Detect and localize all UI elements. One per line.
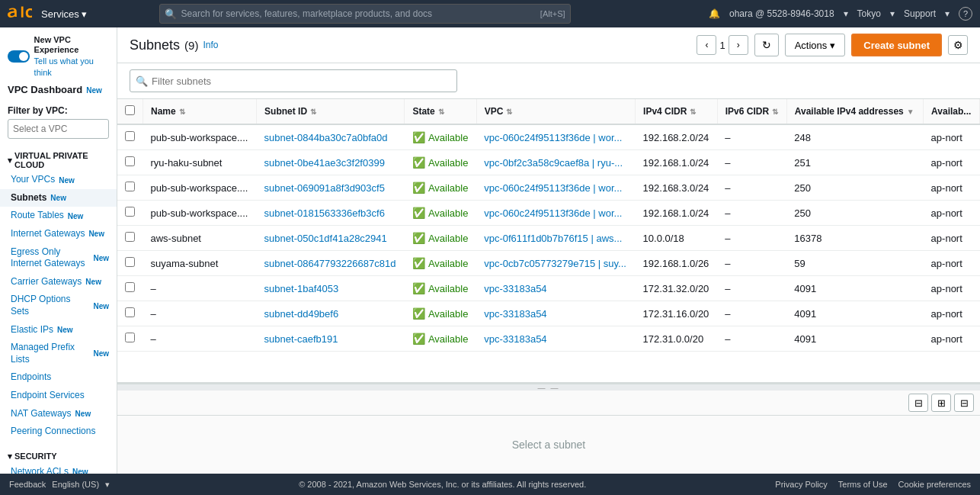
sidebar-item-egress-only-gateways[interactable]: Egress Only Internet Gateways New xyxy=(0,243,117,273)
refresh-button[interactable]: ↻ xyxy=(754,34,779,56)
layout-btn-1[interactable]: ⊟ xyxy=(908,394,928,412)
user-menu[interactable]: ohara @ 5528-8946-3018 xyxy=(729,8,834,19)
row-subnet-id[interactable]: subnet-caefb191 xyxy=(257,326,405,352)
row-checkbox-cell[interactable] xyxy=(117,124,143,150)
row-vpc[interactable]: vpc-0cb7c05773279e715 | suy... xyxy=(476,251,635,276)
row-vpc[interactable]: vpc-33183a54 xyxy=(476,301,635,326)
status-available-icon: ✅ xyxy=(412,207,425,219)
cookies-link[interactable]: Cookie preferences xyxy=(898,480,971,489)
row-ipv6-cidr: – xyxy=(717,124,786,150)
feedback-link[interactable]: Feedback xyxy=(9,480,46,490)
create-subnet-button[interactable]: Create subnet xyxy=(851,34,942,56)
chevron-down-icon: ▾ xyxy=(830,40,835,51)
row-vpc[interactable]: vpc-33183a54 xyxy=(476,326,635,352)
row-subnet-id[interactable]: subnet-069091a8f3d903cf5 xyxy=(257,175,405,201)
sidebar-item-carrier-gateways[interactable]: Carrier Gateways New xyxy=(0,273,117,291)
col-subnet-id[interactable]: Subnet ID⇅ xyxy=(257,99,405,124)
filter-input[interactable] xyxy=(130,69,457,92)
sidebar-item-peering-connections[interactable]: Peering Connections xyxy=(0,423,117,441)
col-ipv4-cidr[interactable]: IPv4 CIDR⇅ xyxy=(636,99,718,124)
sidebar-item-route-tables[interactable]: Route Tables New xyxy=(0,207,117,225)
row-ipv4-cidr: 192.168.1.0/24 xyxy=(636,150,718,175)
next-page-button[interactable]: › xyxy=(729,35,748,55)
col-name[interactable]: Name⇅ xyxy=(143,99,257,124)
layout-btn-2[interactable]: ⊞ xyxy=(931,394,951,412)
row-vpc[interactable]: vpc-33183a54 xyxy=(476,276,635,301)
row-subnet-id[interactable]: subnet-050c1df41a28c2941 xyxy=(257,226,405,251)
drag-handle[interactable]: — — xyxy=(117,384,980,391)
row-checkbox[interactable] xyxy=(125,282,135,292)
col-avail-zone[interactable]: Availab... xyxy=(924,99,980,124)
search-input[interactable] xyxy=(159,4,571,24)
row-checkbox-cell[interactable] xyxy=(117,226,143,251)
row-vpc[interactable]: vpc-060c24f95113f36de | wor... xyxy=(476,201,635,226)
language-selector[interactable]: English (US) xyxy=(52,480,99,490)
sidebar-item-internet-gateways[interactable]: Internet Gateways New xyxy=(0,225,117,243)
row-subnet-id[interactable]: subnet-0be41ae3c3f2f0399 xyxy=(257,150,405,175)
privacy-link[interactable]: Privacy Policy xyxy=(775,480,827,489)
row-subnet-id[interactable]: subnet-0844ba30c7a0bfa0d xyxy=(257,124,405,150)
sidebar-item-vpc-dashboard[interactable]: VPC Dashboard New xyxy=(0,81,117,100)
row-checkbox-cell[interactable] xyxy=(117,175,143,201)
col-state[interactable]: State⇅ xyxy=(405,99,476,124)
sidebar-item-endpoint-services[interactable]: Endpoint Services xyxy=(0,387,117,405)
prev-page-button[interactable]: ‹ xyxy=(697,35,716,55)
sidebar-item-nat-gateways[interactable]: NAT Gateways New xyxy=(0,405,117,423)
row-checkbox[interactable] xyxy=(125,232,135,242)
row-subnet-id[interactable]: subnet-1baf4053 xyxy=(257,276,405,301)
sort-icon: ⇅ xyxy=(690,108,696,116)
actions-button[interactable]: Actions ▾ xyxy=(785,34,846,56)
sidebar-item-dhcp-options[interactable]: DHCP Options Sets New xyxy=(0,291,117,320)
new-experience-toggle[interactable] xyxy=(8,50,30,63)
row-checkbox[interactable] xyxy=(125,156,135,166)
sidebar-item-network-acls[interactable]: Network ACLs New xyxy=(0,463,117,474)
sidebar-item-endpoints[interactable]: Endpoints xyxy=(0,368,117,387)
row-checkbox[interactable] xyxy=(125,182,135,191)
row-vpc[interactable]: vpc-060c24f95113f36de | wor... xyxy=(476,175,635,201)
row-vpc[interactable]: vpc-060c24f95113f36de | wor... xyxy=(476,124,635,150)
row-ipv4-cidr: 10.0.0/18 xyxy=(636,226,718,251)
row-name: ryu-haku-subnet xyxy=(143,150,257,175)
row-checkbox[interactable] xyxy=(125,207,135,217)
terms-link[interactable]: Terms of Use xyxy=(838,480,888,489)
row-checkbox-cell[interactable] xyxy=(117,251,143,276)
row-checkbox-cell[interactable] xyxy=(117,201,143,226)
col-available-ipv4[interactable]: Available IPv4 addresses▼ xyxy=(786,99,923,124)
row-checkbox[interactable] xyxy=(125,257,135,267)
region-selector[interactable]: Tokyo xyxy=(857,8,881,19)
row-checkbox-cell[interactable] xyxy=(117,150,143,175)
row-checkbox[interactable] xyxy=(125,307,135,317)
col-ipv6-cidr[interactable]: IPv6 CIDR⇅ xyxy=(717,99,786,124)
sidebar-item-managed-prefix-lists[interactable]: Managed Prefix Lists New xyxy=(0,339,117,368)
row-state: ✅ Available xyxy=(405,150,476,175)
help-icon[interactable]: ? xyxy=(959,7,972,21)
sort-icon: ⇅ xyxy=(179,108,185,116)
notifications-icon[interactable]: 🔔 xyxy=(709,8,720,19)
info-link[interactable]: Info xyxy=(203,40,218,50)
row-vpc[interactable]: vpc-0f611f1d0b7b76f15 | aws... xyxy=(476,226,635,251)
row-checkbox-cell[interactable] xyxy=(117,326,143,352)
layout-btn-3[interactable]: ⊟ xyxy=(954,394,974,412)
table-row: pub-sub-workspace.... subnet-0844ba30c7a… xyxy=(117,124,980,150)
row-subnet-id[interactable]: subnet-0181563336efb3cf6 xyxy=(257,201,405,226)
row-checkbox[interactable] xyxy=(125,333,135,342)
row-state: ✅ Available xyxy=(405,326,476,352)
row-checkbox-cell[interactable] xyxy=(117,276,143,301)
row-vpc[interactable]: vpc-0bf2c3a58c9caef8a | ryu-... xyxy=(476,150,635,175)
row-subnet-id[interactable]: subnet-08647793226687c81d xyxy=(257,251,405,276)
row-checkbox-cell[interactable] xyxy=(117,301,143,326)
col-vpc[interactable]: VPC⇅ xyxy=(476,99,635,124)
sidebar-item-elastic-ips[interactable]: Elastic IPs New xyxy=(0,321,117,339)
settings-button[interactable]: ⚙ xyxy=(948,35,968,55)
vpc-filter-input[interactable] xyxy=(8,119,109,139)
sidebar-item-your-vpcs[interactable]: Your VPCs New xyxy=(0,171,117,189)
select-all-header[interactable] xyxy=(117,99,143,124)
select-all-checkbox[interactable] xyxy=(125,105,135,115)
toggle-link[interactable]: Tell us what you think xyxy=(34,56,94,77)
sidebar-item-subnets[interactable]: Subnets New xyxy=(0,189,117,207)
services-button[interactable]: Services ▾ xyxy=(41,8,87,20)
row-checkbox[interactable] xyxy=(125,131,135,141)
support-menu[interactable]: Support xyxy=(904,8,936,19)
row-avail-zone: ap-nort xyxy=(924,276,980,301)
row-subnet-id[interactable]: subnet-dd49bef6 xyxy=(257,301,405,326)
